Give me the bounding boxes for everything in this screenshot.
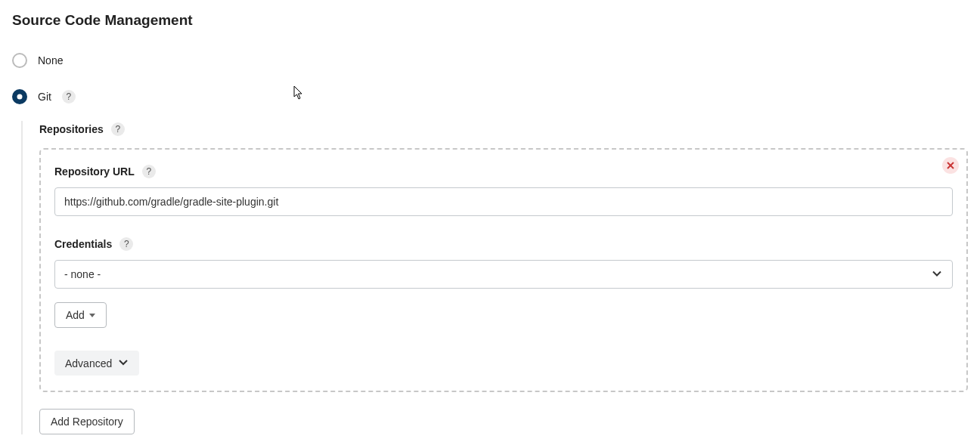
help-icon[interactable]: ? [111,122,125,136]
repositories-label: Repositories [39,123,104,135]
credentials-select[interactable]: - none - [54,260,953,289]
repo-url-label-row: Repository URL ? [54,165,953,178]
help-icon[interactable]: ? [142,165,156,178]
add-button-label: Add [66,309,85,321]
add-repository-label: Add Repository [51,416,123,428]
remove-repository-button[interactable] [942,157,959,174]
radio-label-none: None [38,54,63,66]
add-repository-button[interactable]: Add Repository [39,409,135,434]
section-title: Source Code Management [12,12,968,29]
chevron-down-icon [118,357,129,369]
caret-down-icon [89,314,95,317]
repo-url-label: Repository URL [54,165,135,178]
repositories-label-row: Repositories ? [39,122,968,136]
credentials-label-row: Credentials ? [54,237,953,251]
scm-option-git[interactable]: Git ? [12,89,968,104]
credentials-label: Credentials [54,238,112,250]
credentials-select-wrapper: - none - [54,260,953,289]
repo-url-input[interactable] [54,187,953,216]
repository-entry: Repository URL ? Credentials ? - none - … [39,148,968,392]
radio-icon [12,53,27,68]
advanced-toggle-button[interactable]: Advanced [54,351,139,376]
radio-icon-selected [12,89,27,104]
git-config-section: Repositories ? Repository URL ? Credenti… [21,121,968,434]
close-icon [947,159,954,172]
radio-label-git: Git [38,91,51,103]
add-credentials-button[interactable]: Add [54,302,107,328]
scm-option-none[interactable]: None [12,53,968,68]
advanced-button-label: Advanced [65,357,112,369]
help-icon[interactable]: ? [119,237,133,251]
help-icon[interactable]: ? [62,90,76,104]
